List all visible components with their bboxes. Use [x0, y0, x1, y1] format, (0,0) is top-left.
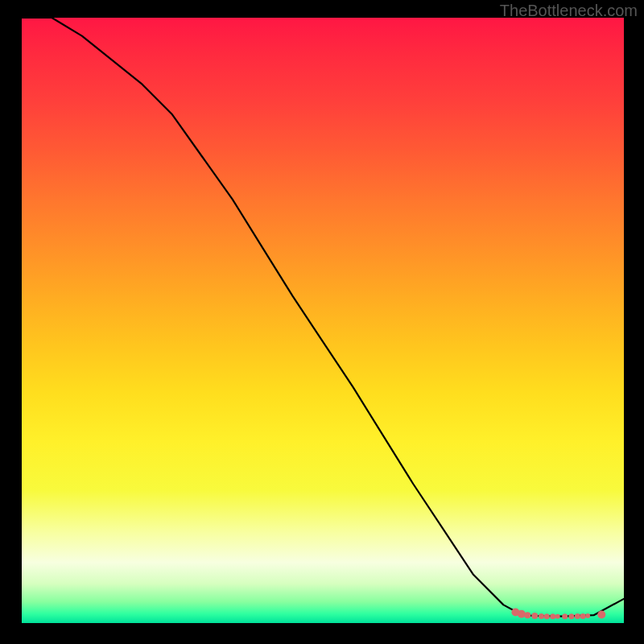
- marker-dot: [518, 610, 526, 618]
- marker-dot: [539, 613, 544, 619]
- chart-container: TheBottleneck.com: [0, 0, 644, 644]
- marker-dot: [550, 613, 555, 619]
- marker-dot: [562, 613, 568, 619]
- marker-dot: [568, 613, 574, 619]
- marker-dot: [580, 613, 586, 619]
- marker-dot: [597, 611, 605, 619]
- marker-dot: [524, 612, 530, 618]
- marker-dot: [531, 613, 538, 619]
- marker-dot: [544, 613, 550, 619]
- watermark-text: TheBottleneck.com: [500, 2, 638, 20]
- plot-area: [22, 18, 624, 623]
- bottleneck-chart: [0, 0, 644, 644]
- marker-dot: [555, 614, 560, 619]
- marker-dot: [575, 613, 580, 619]
- marker-dot: [585, 613, 590, 618]
